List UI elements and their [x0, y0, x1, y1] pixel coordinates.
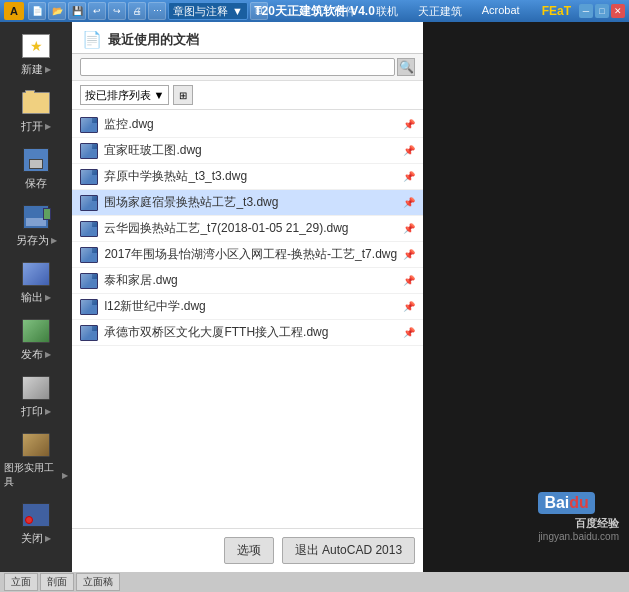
right-dark-area: Baidu 百度经验 jingyan.baidu.com [423, 22, 629, 572]
print-arrow-icon: ▶ [45, 407, 51, 416]
search-input[interactable] [80, 58, 395, 76]
list-item[interactable]: 围场家庭宿景换热站工艺_t3.dwg 📌 [72, 190, 423, 216]
baidu-logo-text: Bai [544, 494, 569, 511]
close-button[interactable]: ✕ [611, 4, 625, 18]
sidebar-item-save[interactable]: 保存 [0, 140, 72, 197]
file-thumb-icon [80, 325, 98, 341]
file-name-label: 云华园换热站工艺_t7(2018-01-05 21_29).dwg [104, 220, 397, 237]
pin-icon: 📌 [403, 327, 415, 339]
pin-icon: 📌 [403, 171, 415, 183]
pin-icon: 📌 [403, 249, 415, 261]
maximize-button[interactable]: □ [595, 4, 609, 18]
sidebar-item-tools[interactable]: 图形实用工具 ▶ [0, 425, 72, 495]
recent-panel: 📄 最近使用的文档 🔍 按已排序列表 ▼ ⊞ 监控.dwg [72, 22, 423, 572]
list-item[interactable]: 监控.dwg 📌 [72, 112, 423, 138]
new-label-row: 新建 ▶ [4, 62, 68, 77]
options-button[interactable]: 选项 [224, 537, 274, 564]
sidebar-output-label: 输出 [21, 290, 43, 305]
file-name-label: 监控.dwg [104, 116, 397, 133]
baidu-watermark: Baidu 百度经验 jingyan.baidu.com [538, 492, 619, 542]
menu-tzjz[interactable]: 天正建筑 [412, 2, 468, 21]
new-icon: ★ [21, 32, 51, 60]
new-arrow-icon: ▶ [45, 65, 51, 74]
open-icon [21, 89, 51, 117]
pin-icon: 📌 [403, 223, 415, 235]
sidebar-item-output[interactable]: 输出 ▶ [0, 254, 72, 311]
list-item[interactable]: 弃原中学换热站_t3_t3.dwg 📌 [72, 164, 423, 190]
file-thumb-icon [80, 143, 98, 159]
toolbar-btn-open[interactable]: 📂 [48, 2, 66, 20]
toolbar-btn-redo[interactable]: ↪ [108, 2, 126, 20]
file-thumb-icon [80, 221, 98, 237]
sidebar-item-close[interactable]: 关闭 ▶ [0, 495, 72, 552]
sidebar-item-open[interactable]: 打开 ▶ [0, 83, 72, 140]
close-arrow-icon: ▶ [45, 534, 51, 543]
file-thumb-icon [80, 299, 98, 315]
file-list: 监控.dwg 📌 宜家旺玻工图.dwg 📌 弃原中学换热站_t3_t3.dwg … [72, 110, 423, 528]
file-name-label: 宜家旺玻工图.dwg [104, 142, 397, 159]
file-name-label: 弃原中学换热站_t3_t3.dwg [104, 168, 397, 185]
search-icon: 🔍 [399, 60, 414, 74]
saveas-arrow-icon: ▶ [51, 236, 57, 245]
recent-header-icon: 📄 [82, 30, 102, 49]
list-item[interactable]: 承德市双桥区文化大厦FTTH接入工程.dwg 📌 [72, 320, 423, 346]
search-button[interactable]: 🔍 [397, 58, 415, 76]
feat-label: FEaT [542, 4, 571, 18]
sidebar-new-label: 新建 [21, 62, 43, 77]
main-layout: ★ 新建 ▶ 打开 ▶ [0, 22, 629, 572]
toolbar-btn-print[interactable]: 🖨 [128, 2, 146, 20]
tools-arrow-icon: ▶ [62, 471, 68, 480]
print-icon [21, 374, 51, 402]
file-name-label: 泰和家居.dwg [104, 272, 397, 289]
toolbar-btn-extra[interactable]: ⋯ [148, 2, 166, 20]
list-item[interactable]: 宜家旺玻工图.dwg 📌 [72, 138, 423, 164]
file-thumb-icon [80, 195, 98, 211]
app-title: T20天正建筑软件 V4.0 [254, 3, 375, 20]
list-item[interactable]: 泰和家居.dwg 📌 [72, 268, 423, 294]
status-tabs: 立面剖面立面稿 [4, 573, 120, 591]
left-sidebar: ★ 新建 ▶ 打开 ▶ [0, 22, 72, 572]
saveas-icon [21, 203, 51, 231]
pin-icon: 📌 [403, 197, 415, 209]
baidu-url: jingyan.baidu.com [538, 531, 619, 542]
print-label-row: 打印 ▶ [4, 404, 68, 419]
view-toggle-button[interactable]: ⊞ [173, 85, 193, 105]
sidebar-save-label: 保存 [25, 176, 47, 191]
status-tab-2[interactable]: 立面稿 [76, 573, 120, 591]
file-thumb-icon [80, 273, 98, 289]
list-item[interactable]: 2017年围场县怡湖湾小区入网工程-换热站-工艺_t7.dwg 📌 [72, 242, 423, 268]
pin-icon: 📌 [403, 275, 415, 287]
sidebar-item-new[interactable]: ★ 新建 ▶ [0, 26, 72, 83]
title-bar: A 📄 📂 💾 ↩ ↪ 🖨 ⋯ 章图与注释 ▼ ⊞ T20天正建筑软件 V4.0… [0, 0, 629, 22]
saveas-label-row: 另存为 ▶ [4, 233, 68, 248]
pin-icon: 📌 [403, 145, 415, 157]
toolbar-btn-save[interactable]: 💾 [68, 2, 86, 20]
sort-label: 按已排序列表 [85, 88, 151, 103]
pin-icon: 📌 [403, 119, 415, 131]
list-item[interactable]: l12新世纪中学.dwg 📌 [72, 294, 423, 320]
close-icon [21, 501, 51, 529]
bottom-bar: 选项 退出 AutoCAD 2013 [72, 528, 423, 572]
baidu-product-label: 百度经验 [538, 516, 619, 531]
save-label-row: 保存 [4, 176, 68, 191]
output-arrow-icon: ▶ [45, 293, 51, 302]
list-item[interactable]: 云华园换热站工艺_t7(2018-01-05 21_29).dwg 📌 [72, 216, 423, 242]
menu-acrobat[interactable]: Acrobat [476, 2, 526, 21]
toolbar-btn-new[interactable]: 📄 [28, 2, 46, 20]
pin-icon: 📌 [403, 301, 415, 313]
sidebar-item-print[interactable]: 打印 ▶ [0, 368, 72, 425]
toolbar-dropdown[interactable]: 章图与注释 ▼ [168, 2, 248, 20]
minimize-button[interactable]: ─ [579, 4, 593, 18]
sort-dropdown[interactable]: 按已排序列表 ▼ [80, 85, 169, 105]
sidebar-item-saveas[interactable]: 另存为 ▶ [0, 197, 72, 254]
file-thumb-icon [80, 247, 98, 263]
exit-button[interactable]: 退出 AutoCAD 2013 [282, 537, 415, 564]
publish-icon [21, 317, 51, 345]
sidebar-open-label: 打开 [21, 119, 43, 134]
sidebar-item-publish[interactable]: 发布 ▶ [0, 311, 72, 368]
status-tab-1[interactable]: 剖面 [40, 573, 74, 591]
status-tab-0[interactable]: 立面 [4, 573, 38, 591]
toolbar-btn-undo[interactable]: ↩ [88, 2, 106, 20]
file-thumb-icon [80, 117, 98, 133]
output-icon [21, 260, 51, 288]
